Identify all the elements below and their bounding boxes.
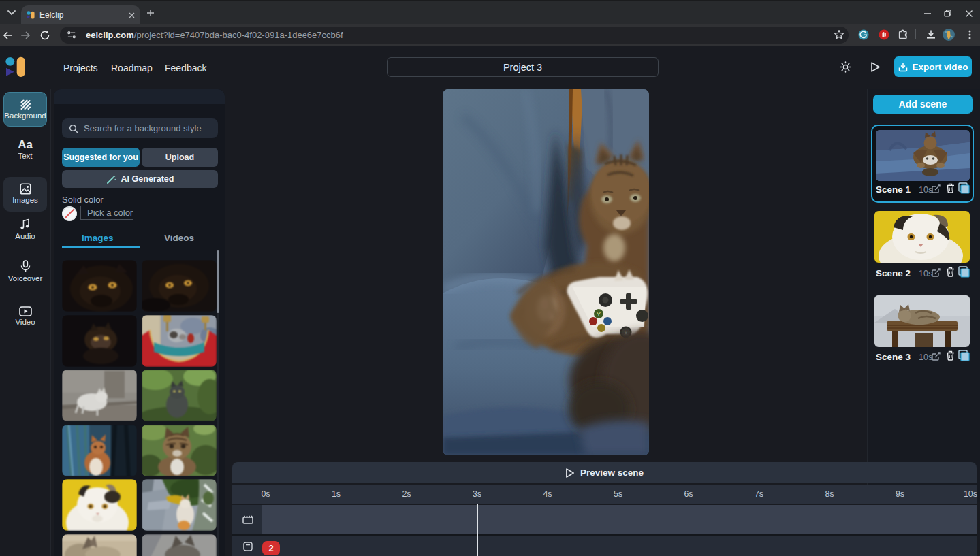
svg-text:Y: Y	[597, 311, 601, 318]
